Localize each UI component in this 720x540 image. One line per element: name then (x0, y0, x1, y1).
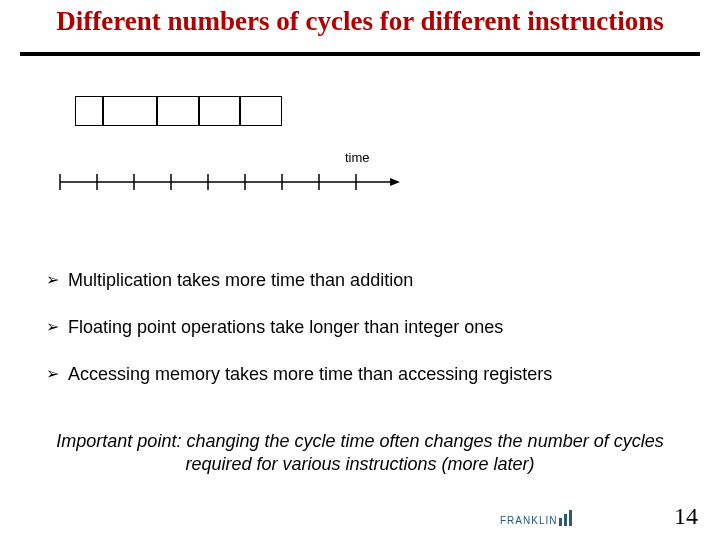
cycle-boxes (75, 96, 282, 126)
list-item: ➢ Accessing memory takes more time than … (46, 364, 686, 385)
time-axis (58, 172, 403, 192)
time-axis-label: time (345, 150, 370, 165)
slide-title: Different numbers of cycles for differen… (0, 6, 720, 37)
title-underline (20, 52, 700, 56)
important-note: Important point: changing the cycle time… (50, 430, 670, 475)
bullet-text: Floating point operations take longer th… (68, 317, 503, 338)
list-item: ➢ Floating point operations take longer … (46, 317, 686, 338)
bullet-icon: ➢ (46, 364, 68, 383)
bullet-icon: ➢ (46, 270, 68, 289)
bullet-text: Accessing memory takes more time than ac… (68, 364, 552, 385)
page-number: 14 (674, 503, 698, 530)
logo-text: FRANKLIN (500, 515, 557, 526)
logo-bars-icon (559, 510, 572, 526)
bullet-text: Multiplication takes more time than addi… (68, 270, 413, 291)
bullet-icon: ➢ (46, 317, 68, 336)
list-item: ➢ Multiplication takes more time than ad… (46, 270, 686, 291)
franklin-logo: FRANKLIN (500, 510, 572, 526)
bullet-list: ➢ Multiplication takes more time than ad… (46, 270, 686, 411)
svg-marker-10 (390, 178, 400, 186)
